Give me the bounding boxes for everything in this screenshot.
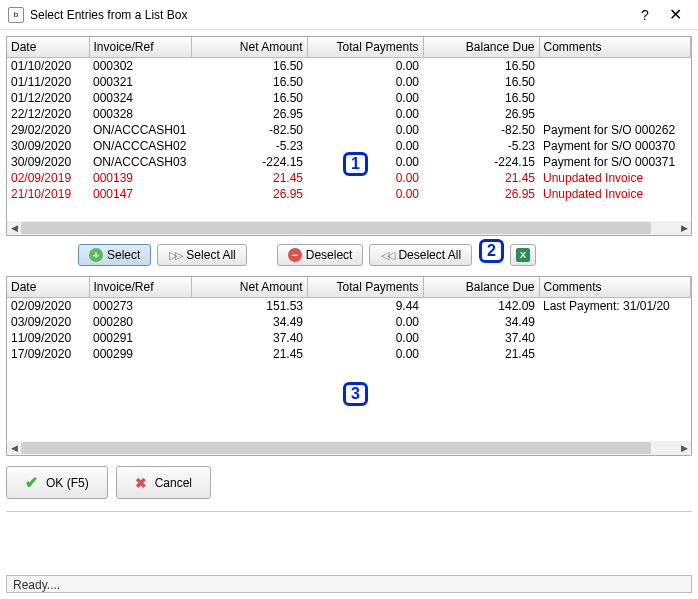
table-row[interactable]: 30/09/2020ON/ACCCASH02-5.230.00-5.23Paym… (7, 138, 691, 154)
app-logo-icon: b (8, 7, 24, 23)
table-row[interactable]: 01/10/202000030216.500.0016.50 (7, 58, 691, 75)
footer-buttons: ✔ OK (F5) ✖ Cancel (0, 456, 698, 509)
top-hscroll[interactable]: ◀ ▶ (7, 221, 691, 235)
x-icon: ✖ (135, 475, 147, 491)
ok-button[interactable]: ✔ OK (F5) (6, 466, 108, 499)
col-com[interactable]: Comments (539, 37, 691, 58)
col-pay[interactable]: Total Payments (307, 277, 423, 298)
col-bal[interactable]: Balance Due (423, 37, 539, 58)
export-excel-button[interactable]: X (510, 244, 536, 266)
bottom-list: Date Invoice/Ref Net Amount Total Paymen… (6, 276, 692, 456)
table-row[interactable]: 17/09/202000029921.450.0021.45 (7, 346, 691, 362)
col-bal[interactable]: Balance Due (423, 277, 539, 298)
table-row[interactable]: 29/02/2020ON/ACCCASH01-82.500.00-82.50Pa… (7, 122, 691, 138)
table-row[interactable]: 02/09/2020000273151.539.44142.09Last Pay… (7, 298, 691, 315)
col-pay[interactable]: Total Payments (307, 37, 423, 58)
scroll-right-icon[interactable]: ▶ (677, 441, 691, 455)
select-all-label: Select All (186, 248, 235, 262)
table-row[interactable]: 30/09/2020ON/ACCCASH03-224.150.00-224.15… (7, 154, 691, 170)
status-bar: Ready.... (6, 575, 692, 593)
ok-label: OK (F5) (46, 476, 89, 490)
scroll-right-icon[interactable]: ▶ (677, 221, 691, 235)
col-date[interactable]: Date (7, 277, 89, 298)
callout-2: 2 (479, 239, 504, 263)
table-row[interactable]: 01/11/202000032116.500.0016.50 (7, 74, 691, 90)
deselect-button[interactable]: − Deselect (277, 244, 364, 266)
close-button[interactable]: ✕ (660, 5, 690, 24)
select-label: Select (107, 248, 140, 262)
minus-icon: − (288, 248, 302, 262)
table-row[interactable]: 11/09/202000029137.400.0037.40 (7, 330, 691, 346)
table-row[interactable]: 22/12/202000032826.950.0026.95 (7, 106, 691, 122)
col-net[interactable]: Net Amount (191, 37, 307, 58)
forward-icon: ▷▷ (168, 248, 182, 262)
scroll-left-icon[interactable]: ◀ (7, 441, 21, 455)
col-ref[interactable]: Invoice/Ref (89, 37, 191, 58)
bottom-table[interactable]: Date Invoice/Ref Net Amount Total Paymen… (7, 277, 691, 362)
help-button[interactable]: ? (630, 7, 660, 23)
bottom-hscroll[interactable]: ◀ ▶ (7, 441, 691, 455)
plus-icon: + (89, 248, 103, 262)
top-list: Date Invoice/Ref Net Amount Total Paymen… (6, 36, 692, 236)
table-row[interactable]: 21/10/201900014726.950.0026.95Unupdated … (7, 186, 691, 202)
col-date[interactable]: Date (7, 37, 89, 58)
select-button[interactable]: + Select (78, 244, 151, 266)
col-ref[interactable]: Invoice/Ref (89, 277, 191, 298)
check-icon: ✔ (25, 473, 38, 492)
cancel-button[interactable]: ✖ Cancel (116, 466, 211, 499)
table-row[interactable]: 02/09/201900013921.450.0021.45Unupdated … (7, 170, 691, 186)
scroll-left-icon[interactable]: ◀ (7, 221, 21, 235)
cancel-label: Cancel (155, 476, 192, 490)
button-row: + Select ▷▷ Select All − Deselect ◁◁ Des… (0, 236, 698, 270)
status-text: Ready.... (13, 578, 60, 592)
deselect-all-button[interactable]: ◁◁ Deselect All (369, 244, 472, 266)
col-com[interactable]: Comments (539, 277, 691, 298)
window-title: Select Entries from a List Box (30, 8, 630, 22)
select-all-button[interactable]: ▷▷ Select All (157, 244, 246, 266)
col-net[interactable]: Net Amount (191, 277, 307, 298)
rewind-icon: ◁◁ (380, 248, 394, 262)
deselect-all-label: Deselect All (398, 248, 461, 262)
titlebar: b Select Entries from a List Box ? ✕ (0, 0, 698, 30)
table-row[interactable]: 03/09/202000028034.490.0034.49 (7, 314, 691, 330)
table-row[interactable]: 01/12/202000032416.500.0016.50 (7, 90, 691, 106)
top-table[interactable]: Date Invoice/Ref Net Amount Total Paymen… (7, 37, 691, 202)
excel-icon: X (516, 248, 530, 262)
deselect-label: Deselect (306, 248, 353, 262)
